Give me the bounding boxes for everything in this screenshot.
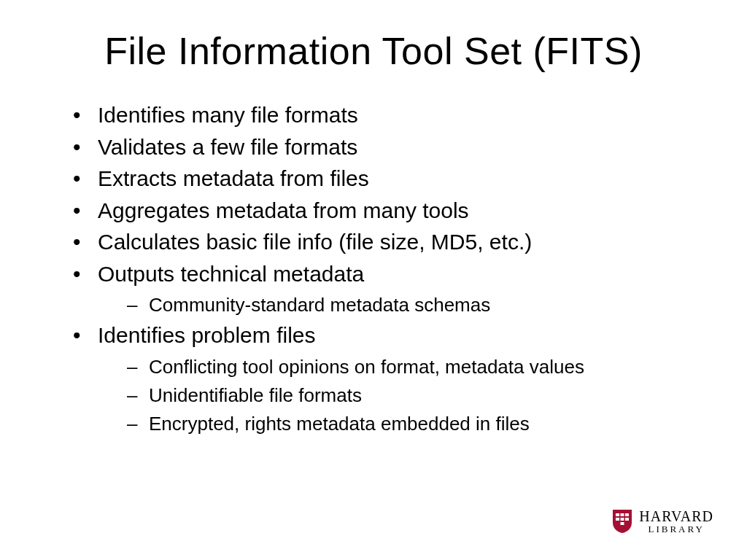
sub-bullet-text: Encrypted, rights metadata embedded in f… (149, 413, 530, 435)
slide-title: File Information Tool Set (FITS) (44, 29, 703, 73)
logo-text: HARVARD LIBRARY (639, 509, 713, 534)
bullet-item: Extracts metadata from files (73, 163, 703, 195)
bullet-item: Identifies problem files Conflicting too… (73, 319, 703, 438)
bullet-item: Calculates basic file info (file size, M… (73, 226, 703, 258)
bullet-list: Identifies many file formats Validates a… (44, 99, 703, 438)
logo-unit: LIBRARY (639, 524, 713, 534)
bullet-text: Identifies many file formats (98, 103, 358, 127)
harvard-library-logo: HARVARD LIBRARY (613, 509, 713, 534)
sub-bullet-text: Community-standard metadata schemas (149, 294, 490, 316)
sub-bullet-list: Conflicting tool opinions on format, met… (98, 353, 703, 438)
slide: File Information Tool Set (FITS) Identif… (0, 0, 747, 560)
sub-bullet-text: Conflicting tool opinions on format, met… (149, 356, 584, 378)
sub-bullet-item: Conflicting tool opinions on format, met… (127, 353, 703, 381)
bullet-text: Calculates basic file info (file size, M… (98, 230, 532, 254)
svg-rect-1 (621, 513, 624, 516)
sub-bullet-item: Encrypted, rights metadata embedded in f… (127, 410, 703, 438)
sub-bullet-list: Community-standard metadata schemas (98, 291, 703, 319)
sub-bullet-item: Community-standard metadata schemas (127, 291, 703, 319)
svg-rect-4 (621, 518, 624, 521)
bullet-text: Identifies problem files (98, 323, 315, 347)
sub-bullet-text: Unidentifiable file formats (149, 384, 362, 406)
bullet-text: Aggregates metadata from many tools (98, 198, 469, 222)
shield-icon (613, 510, 632, 533)
bullet-item: Validates a few file formats (73, 131, 703, 163)
svg-rect-6 (621, 522, 624, 525)
bullet-text: Validates a few file formats (98, 135, 357, 159)
bullet-item: Aggregates metadata from many tools (73, 195, 703, 227)
svg-rect-0 (616, 513, 619, 516)
sub-bullet-item: Unidentifiable file formats (127, 381, 703, 410)
svg-rect-3 (616, 518, 619, 521)
bullet-text: Extracts metadata from files (98, 166, 369, 190)
bullet-item: Outputs technical metadata Community-sta… (73, 258, 703, 320)
bullet-item: Identifies many file formats (73, 99, 703, 131)
logo-org: HARVARD (639, 509, 713, 524)
bullet-text: Outputs technical metadata (98, 262, 364, 286)
svg-rect-5 (625, 518, 629, 521)
svg-rect-2 (625, 513, 629, 516)
